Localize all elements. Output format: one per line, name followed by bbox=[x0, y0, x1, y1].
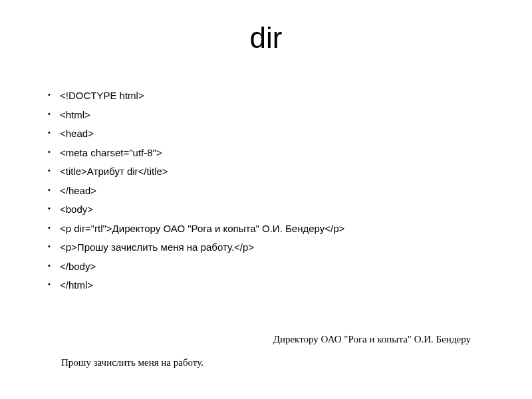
code-line: <meta charset="utf-8"> bbox=[60, 144, 499, 163]
code-line: </head> bbox=[60, 182, 499, 201]
code-line: <p>Прошу зачислить меня на работу.</p> bbox=[60, 238, 499, 257]
output-ltr-paragraph: Прошу зачислить меня на работу. bbox=[61, 357, 471, 368]
code-line: <title>Атрибут dir</title> bbox=[60, 162, 499, 182]
page-title: dir bbox=[33, 21, 499, 55]
code-line: <head> bbox=[60, 124, 499, 144]
code-line: </body> bbox=[60, 257, 499, 277]
code-line: <!DOCTYPE html> bbox=[60, 86, 499, 106]
code-line: <html> bbox=[60, 106, 499, 125]
output-rtl-paragraph: Директору ОАО "Рога и копыта" О.И. Бенде… bbox=[61, 334, 471, 345]
code-line: <body> bbox=[60, 200, 499, 219]
rendered-output: Директору ОАО "Рога и копыта" О.И. Бенде… bbox=[33, 334, 499, 368]
code-listing: <!DOCTYPE html> <html> <head> <meta char… bbox=[33, 86, 499, 295]
code-line: </html> bbox=[60, 276, 499, 295]
code-line: <p dir="rtl">Директору ОАО "Рога и копыт… bbox=[60, 219, 499, 239]
